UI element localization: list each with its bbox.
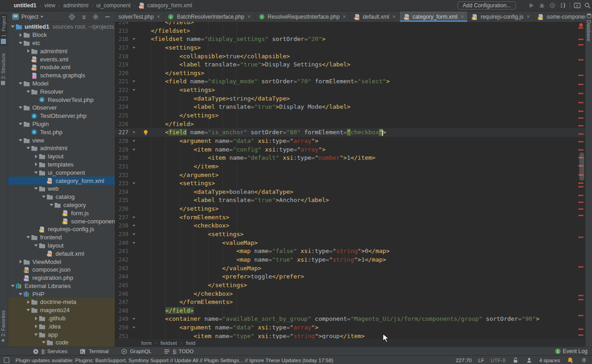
code-line-244[interactable]: 244<prefer>toggle</prefer> — [115, 273, 586, 281]
code-line-220[interactable]: 220</settings> — [115, 69, 586, 78]
error-stripe-mark[interactable] — [578, 195, 583, 196]
code-line-237[interactable]: 237<formElements> — [115, 213, 586, 222]
tree-item-layout[interactable]: layout — [8, 152, 115, 161]
line-number[interactable]: 224 — [115, 103, 128, 111]
code-line-238[interactable]: 238<checkbox> — [115, 222, 586, 230]
tree-item-Resolver[interactable]: Resolver — [8, 87, 115, 96]
tree-item-adminhtml[interactable]: adminhtml — [8, 144, 115, 152]
expand-arrow-icon[interactable] — [18, 293, 23, 295]
code-line-230[interactable]: 230<item name="default" xsi:type="number… — [115, 154, 586, 162]
line-number[interactable]: 237 — [115, 213, 128, 222]
run-icon[interactable] — [528, 2, 535, 9]
expand-arrow-icon[interactable] — [34, 244, 38, 247]
code-line-225[interactable]: 225</settings> — [115, 111, 586, 120]
code-editor[interactable]: 214</field>215</fieldset>216<fieldset na… — [115, 22, 586, 339]
line-number[interactable]: 222 — [115, 86, 128, 95]
tree-item-events.xml[interactable]: XMLevents.xml — [8, 55, 115, 63]
fold-arrow-icon[interactable] — [128, 179, 137, 188]
fold-arrow-icon[interactable] — [128, 324, 137, 332]
tree-item-composer.json[interactable]: { }composer.json — [8, 266, 115, 274]
error-stripe-mark[interactable] — [578, 334, 583, 336]
code-line-234[interactable]: 234<dataType>boolean</dataType> — [115, 188, 586, 197]
error-stripe-mark[interactable] — [578, 59, 583, 61]
fold-arrow-icon[interactable] — [128, 128, 137, 137]
line-number[interactable]: 220 — [115, 69, 128, 78]
expand-arrow-icon[interactable] — [18, 82, 23, 85]
error-stripe-mark[interactable] — [578, 111, 583, 112]
code-line-219[interactable]: 219<label translate="true">Display Setti… — [115, 61, 586, 69]
editor-crumb-form[interactable]: form — [141, 340, 152, 346]
line-number[interactable]: 247 — [115, 298, 128, 307]
code-line-224[interactable]: 224<label translate="true">Display Mode<… — [115, 103, 586, 111]
expand-arrow-icon[interactable] — [41, 196, 46, 198]
editor-scrollbar[interactable] — [579, 152, 584, 181]
line-number[interactable]: 217 — [115, 44, 128, 52]
tool-button-8services[interactable]: 8: Services — [32, 348, 67, 355]
line-ending[interactable]: LF — [478, 358, 484, 363]
line-number[interactable]: 242 — [115, 256, 128, 264]
code-line-242[interactable]: 242<map name="true" xsi:type="string">1<… — [115, 256, 586, 264]
collapse-arrow-icon[interactable] — [26, 300, 31, 304]
editor-tab-default.xml[interactable]: XMLdefault.xml× — [350, 11, 400, 22]
error-stripe-mark[interactable] — [578, 295, 583, 296]
fold-arrow-icon[interactable] — [128, 137, 137, 146]
line-number[interactable]: 249 — [115, 315, 128, 324]
line-number[interactable]: 225 — [115, 111, 128, 120]
line-number[interactable]: 216 — [115, 35, 128, 44]
error-stripe-mark[interactable] — [578, 315, 583, 316]
line-number[interactable]: 236 — [115, 205, 128, 213]
code-line-241[interactable]: 241<map name="false" xsi:type="string">0… — [115, 247, 586, 256]
code-line-218[interactable]: 218<collapsible>true</collapsible> — [115, 52, 586, 61]
collapse-arrow-icon[interactable] — [26, 49, 31, 53]
tree-item-requirejs-config.js[interactable]: JSrequirejs-config.js — [8, 225, 115, 233]
tool-button-database[interactable]: Database — [586, 13, 592, 41]
line-number[interactable]: 235 — [115, 196, 128, 205]
search-icon[interactable] — [584, 2, 591, 9]
code-line-232[interactable]: 232</argument> — [115, 171, 586, 180]
tool-button-6todo[interactable]: 6: TODO — [163, 348, 194, 355]
lock-icon[interactable] — [512, 357, 519, 364]
locate-file-icon[interactable] — [68, 13, 76, 20]
line-number[interactable]: 246 — [115, 290, 128, 298]
tree-item-category[interactable]: category — [8, 201, 115, 209]
expand-arrow-icon[interactable] — [49, 204, 54, 206]
fold-arrow-icon[interactable] — [128, 35, 137, 44]
code-line-227[interactable]: 227<field name="is_anchor" sortOrder="80… — [115, 128, 586, 137]
error-stripe-mark[interactable] — [578, 266, 583, 268]
fold-arrow-icon[interactable] — [128, 239, 137, 248]
tree-item-ResolverTest.php[interactable]: CResolverTest.php — [8, 96, 115, 104]
indent-setting[interactable]: 4 spaces — [539, 358, 560, 363]
error-stripe-mark[interactable] — [578, 102, 583, 103]
tree-item-category_form.xml[interactable]: XMLcategory_form.xml — [8, 177, 115, 185]
line-number[interactable]: 233 — [115, 179, 128, 188]
expand-arrow-icon[interactable] — [34, 172, 38, 174]
tree-item-form.js[interactable]: JSform.js — [8, 209, 115, 217]
error-stripe-mark[interactable] — [578, 208, 583, 210]
caret-position[interactable]: 227:70 — [456, 358, 472, 363]
expand-arrow-icon[interactable] — [10, 25, 15, 28]
tool-windows-toggle-icon[interactable] — [3, 357, 10, 364]
line-number[interactable]: 221 — [115, 77, 128, 86]
error-stripe-mark[interactable] — [578, 141, 583, 142]
close-tab-icon[interactable]: × — [526, 14, 530, 20]
status-message[interactable]: Plugin updates available: Plugins: BashS… — [15, 358, 333, 363]
fold-arrow-icon[interactable] — [128, 222, 137, 230]
fold-arrow-icon[interactable] — [128, 44, 137, 52]
error-stripe-mark[interactable] — [578, 93, 583, 94]
settings-gear-icon[interactable] — [92, 13, 99, 20]
tree-item-web[interactable]: web — [8, 185, 115, 193]
tree-item-Plugin[interactable]: Plugin — [8, 120, 115, 128]
code-line-243[interactable]: 243</valueMap> — [115, 264, 586, 273]
hector-inspections-icon[interactable] — [526, 357, 533, 364]
fold-arrow-icon[interactable] — [128, 77, 137, 86]
tool-button-structure[interactable]: 2: Structure — [0, 53, 6, 85]
editor-crumb-field[interactable]: field — [186, 340, 195, 346]
editor-crumb-fieldset[interactable]: fieldset — [160, 340, 177, 346]
error-stripe-mark[interactable] — [578, 186, 583, 187]
line-number[interactable]: 227 — [115, 128, 128, 137]
line-number[interactable]: 232 — [115, 171, 128, 180]
code-line-233[interactable]: 233<settings> — [115, 179, 586, 188]
tree-item-layout[interactable]: layout — [8, 242, 115, 250]
line-number[interactable]: 231 — [115, 162, 128, 171]
tree-item-untitled1[interactable]: untitled1sources root, ~/projects — [8, 23, 115, 31]
